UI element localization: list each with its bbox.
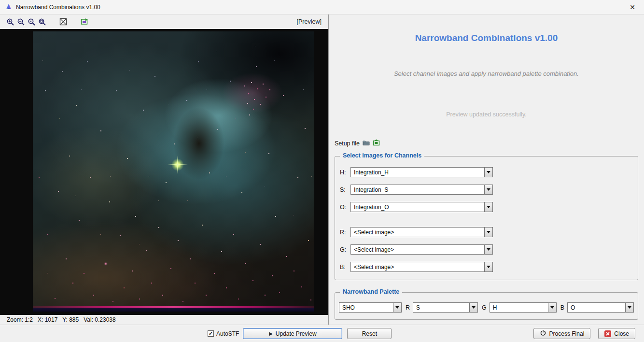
chevron-down-icon[interactable] [484,262,492,271]
autostf-checkbox[interactable]: ✓ [208,330,214,337]
channel-select-o-value: Integration_O [351,203,484,212]
bottom-bar: ✓ AutoSTF ▶ Update Preview Reset Process… [0,325,644,342]
window-title: Narrowband Combinations v1.00 [16,4,626,11]
nebula-preview-image[interactable] [33,31,314,312]
chevron-down-icon[interactable] [393,303,401,312]
close-x-icon [604,330,611,337]
palette-group-title: Narrowband Palette [340,288,402,295]
image-edge-band [33,308,314,312]
channel-select-h[interactable]: Integration_H [350,167,493,177]
palette-b-label: B [560,304,564,311]
preview-mode-label: [Preview] [296,18,323,25]
chevron-down-icon[interactable] [484,168,492,177]
channel-row-h: H: Integration_H [340,167,633,177]
channel-select-b-value: <Select image> [351,263,484,271]
image-canvas[interactable] [0,29,328,315]
open-setup-folder-icon[interactable] [363,140,370,147]
channel-select-g[interactable]: <Select image> [350,244,493,255]
channels-groupbox: Select images for Channels H: Integratio… [335,156,638,280]
channel-select-r[interactable]: <Select image> [350,227,493,237]
chevron-down-icon[interactable] [548,303,556,312]
chevron-down-icon[interactable] [469,303,477,312]
zoom-fit-icon[interactable] [37,16,47,27]
process-final-label: Process Final [549,330,585,337]
palette-r-label: R [406,304,410,311]
zoom-out-icon[interactable] [15,16,26,27]
setup-file-row: Setup file [335,139,638,147]
reset-button[interactable]: Reset [347,328,392,339]
channel-row-s: S: Integration_S [340,185,633,195]
palette-g-select[interactable]: H [490,302,557,313]
chevron-down-icon[interactable] [484,245,492,254]
channel-select-h-value: Integration_H [351,168,484,177]
chevron-down-icon[interactable] [484,185,492,194]
title-bar: Narrowband Combinations v1.00 ✕ [0,0,644,14]
update-preview-button[interactable]: ▶ Update Preview [243,328,342,339]
chevron-down-icon[interactable] [625,303,633,312]
status-bar: Zoom: 1:2 X: 1017 Y: 885 Val: 0.23038 [0,315,328,325]
channel-label-r: R: [340,229,350,236]
chevron-down-icon[interactable] [484,202,492,212]
channel-label-s: S: [340,186,350,193]
channel-label-b: B: [340,264,350,271]
zoom-in-icon[interactable] [5,16,15,27]
setup-file-label: Setup file [335,140,360,147]
app-logo-icon [5,3,13,11]
channel-row-o: O: Integration_O [340,202,633,212]
window-close-button[interactable]: ✕ [626,1,639,13]
page-subtitle: Select channel images and apply narrowba… [335,70,638,77]
chevron-down-icon[interactable] [484,228,492,237]
channel-row-b: B: <Select image> [340,262,633,272]
close-label: Close [614,330,629,337]
autostf-checkbox-row[interactable]: ✓ AutoSTF [208,330,239,337]
channel-label-g: G: [340,246,350,253]
palette-b-select[interactable]: O [567,302,634,313]
channels-group-title: Select images for Channels [340,152,424,159]
palette-preset-select[interactable]: SHO [339,302,402,313]
palette-g-value: H [490,303,548,312]
save-setup-file-icon[interactable] [373,139,380,147]
channel-label-o: O: [340,204,350,211]
cursor-readout: Zoom: 1:2 X: 1017 Y: 885 Val: 0.23038 [7,316,116,323]
update-preview-label: Update Preview [276,330,317,337]
delete-preview-icon[interactable] [58,16,69,27]
channel-select-o[interactable]: Integration_O [350,202,493,212]
screen-transfer-icon[interactable] [79,16,90,27]
palette-g-label: G [482,304,487,311]
channel-row-r: R: <Select image> [340,227,633,237]
channel-row-g: G: <Select image> [340,244,633,255]
zoom-actual-size-icon[interactable] [26,16,37,27]
page-title: Narrowband Combinations v1.00 [335,33,638,43]
main-area: [Preview] Zoom: 1:2 X: 1017 Y: 885 Val: … [0,14,644,325]
palette-groupbox: Narrowband Palette SHO R S G H B [335,292,638,320]
channel-select-s-value: Integration_S [351,185,484,194]
channel-select-b[interactable]: <Select image> [350,262,493,272]
starfield-faint-layer [33,31,33,32]
palette-b-value: O [568,303,625,312]
preview-toolbar: [Preview] [0,14,328,29]
channel-select-g-value: <Select image> [351,245,484,254]
palette-row: SHO R S G H B O [339,302,634,313]
palette-r-select[interactable]: S [413,302,478,313]
channel-select-r-value: <Select image> [351,228,484,237]
bright-star [171,158,184,171]
autostf-label: AutoSTF [216,330,239,337]
channel-select-s[interactable]: Integration_S [350,185,493,195]
reset-label: Reset [362,330,377,337]
settings-pane: Narrowband Combinations v1.00 Select cha… [328,14,644,325]
close-button[interactable]: Close [598,328,635,339]
power-icon [540,329,546,338]
palette-preset-value: SHO [339,303,393,312]
channel-label-h: H: [340,169,350,176]
process-final-button[interactable]: Process Final [533,328,591,339]
status-message: Preview updated successfully. [335,111,638,118]
palette-r-value: S [413,303,469,312]
play-icon: ▶ [269,331,273,336]
preview-pane: [Preview] Zoom: 1:2 X: 1017 Y: 885 Val: … [0,14,328,325]
